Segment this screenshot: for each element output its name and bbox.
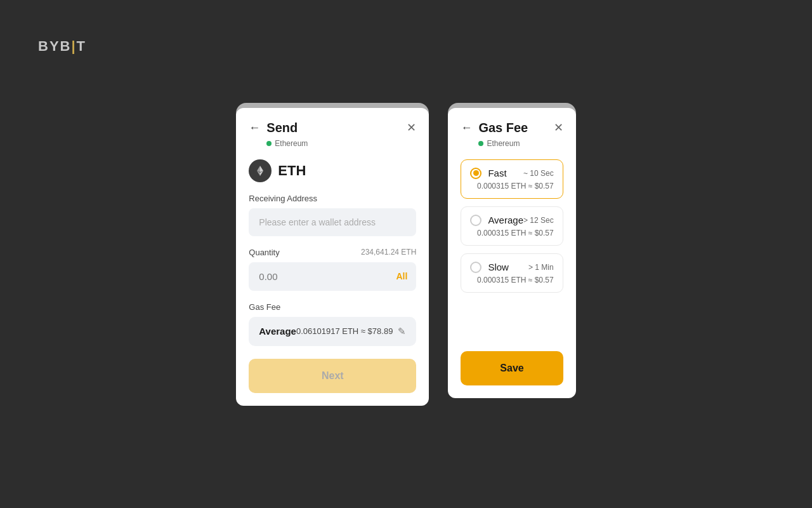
eth-icon xyxy=(249,159,272,182)
logo-t: T xyxy=(77,38,86,54)
gas-option-fast-bottom: 0.000315 ETH ≈ $0.57 xyxy=(470,182,553,190)
gas-option-fast-left: Fast xyxy=(470,168,506,179)
quantity-label: Quantity xyxy=(249,248,279,257)
panels-container: ← Send ✕ Ethereum xyxy=(236,103,575,406)
bybit-logo: BYB|T xyxy=(38,38,86,55)
send-token-name: ETH xyxy=(278,163,306,179)
gas-option-fast[interactable]: Fast ~ 10 Sec 0.000315 ETH ≈ $0.57 xyxy=(461,159,563,199)
gas-fee-spacer xyxy=(461,300,563,338)
gas-option-slow-top: Slow > 1 Min xyxy=(470,262,553,273)
gas-fee-amount: 0.06101917 ETH ≈ $78.89 xyxy=(296,326,393,336)
gas-option-average-bottom: 0.000315 ETH ≈ $0.57 xyxy=(470,229,553,237)
gas-fee-option-label: Average xyxy=(259,326,296,337)
receiving-address-label: Receiving Address xyxy=(249,194,416,203)
radio-fast xyxy=(470,168,481,179)
gas-fee-card-inner: ← Gas Fee ✕ Ethereum xyxy=(448,108,575,398)
gas-fee-back-button[interactable]: ← xyxy=(461,121,472,135)
gas-fee-value-row: 0.06101917 ETH ≈ $78.89 ✎ xyxy=(296,326,406,337)
gas-fee-network-name: Ethereum xyxy=(487,139,520,148)
gas-fee-network-badge: Ethereum xyxy=(478,139,563,148)
gas-option-average-name: Average xyxy=(488,215,523,225)
gas-option-slow-left: Slow xyxy=(470,262,509,273)
send-header: ← Send ✕ xyxy=(249,121,416,135)
gas-fee-header: ← Gas Fee ✕ xyxy=(461,121,563,135)
page-wrapper: BYB|T ← Send ✕ Ethereum xyxy=(0,0,812,508)
gas-fee-close-button[interactable]: ✕ xyxy=(554,121,563,135)
gas-option-average-amount: 0.000315 ETH ≈ $0.57 xyxy=(477,229,554,237)
gas-fee-box: Average 0.06101917 ETH ≈ $78.89 ✎ xyxy=(249,317,416,346)
save-button[interactable]: Save xyxy=(461,351,563,385)
gas-options-list: Fast ~ 10 Sec 0.000315 ETH ≈ $0.57 xyxy=(461,159,563,293)
quantity-input[interactable] xyxy=(249,262,416,291)
send-close-button[interactable]: ✕ xyxy=(407,121,416,135)
gas-option-average-left: Average xyxy=(470,215,523,226)
gas-option-slow-name: Slow xyxy=(488,262,509,272)
gas-fee-header-left: ← Gas Fee xyxy=(461,121,528,135)
send-title: Send xyxy=(266,121,298,135)
gas-fee-network-dot xyxy=(478,141,483,146)
gas-option-slow-bottom: 0.000315 ETH ≈ $0.57 xyxy=(470,276,553,284)
logo-accent: | xyxy=(71,38,76,54)
gas-option-average-time: > 12 Sec xyxy=(523,216,554,225)
send-token-row: ETH xyxy=(249,159,416,182)
gas-option-fast-time: ~ 10 Sec xyxy=(523,169,554,178)
send-header-left: ← Send xyxy=(249,121,298,135)
gas-option-slow-amount: 0.000315 ETH ≈ $0.57 xyxy=(477,276,554,284)
send-card-inner: ← Send ✕ Ethereum xyxy=(236,108,429,406)
send-back-button[interactable]: ← xyxy=(249,121,260,135)
receiving-address-input[interactable] xyxy=(249,208,416,236)
gas-fee-panel: ← Gas Fee ✕ Ethereum xyxy=(448,103,575,398)
gas-option-slow-time: > 1 Min xyxy=(528,263,554,272)
logo-byb: BYB xyxy=(38,38,71,54)
send-network-dot xyxy=(266,141,272,146)
gas-option-fast-top: Fast ~ 10 Sec xyxy=(470,168,553,179)
radio-average xyxy=(470,215,481,226)
radio-slow xyxy=(470,262,481,273)
quantity-label-row: Quantity 234,641.24 ETH xyxy=(249,248,416,257)
gas-fee-section-label: Gas Fee xyxy=(249,302,416,312)
gas-option-average[interactable]: Average > 12 Sec 0.000315 ETH ≈ $0.57 xyxy=(461,206,563,246)
gas-fee-title: Gas Fee xyxy=(478,121,528,135)
gas-option-slow[interactable]: Slow > 1 Min 0.000315 ETH ≈ $0.57 xyxy=(461,253,563,293)
gas-option-fast-amount: 0.000315 ETH ≈ $0.57 xyxy=(477,182,554,190)
edit-gas-icon[interactable]: ✎ xyxy=(398,326,406,337)
balance-text: 234,641.24 ETH xyxy=(361,248,416,257)
all-button[interactable]: All xyxy=(396,271,407,281)
send-network-name: Ethereum xyxy=(275,139,308,148)
send-panel: ← Send ✕ Ethereum xyxy=(236,103,429,406)
quantity-input-wrapper: All xyxy=(249,262,416,291)
send-network-badge: Ethereum xyxy=(266,139,416,148)
next-button[interactable]: Next xyxy=(249,359,416,393)
gas-option-fast-name: Fast xyxy=(488,168,506,178)
gas-option-average-top: Average > 12 Sec xyxy=(470,215,553,226)
radio-fast-inner xyxy=(473,170,479,176)
